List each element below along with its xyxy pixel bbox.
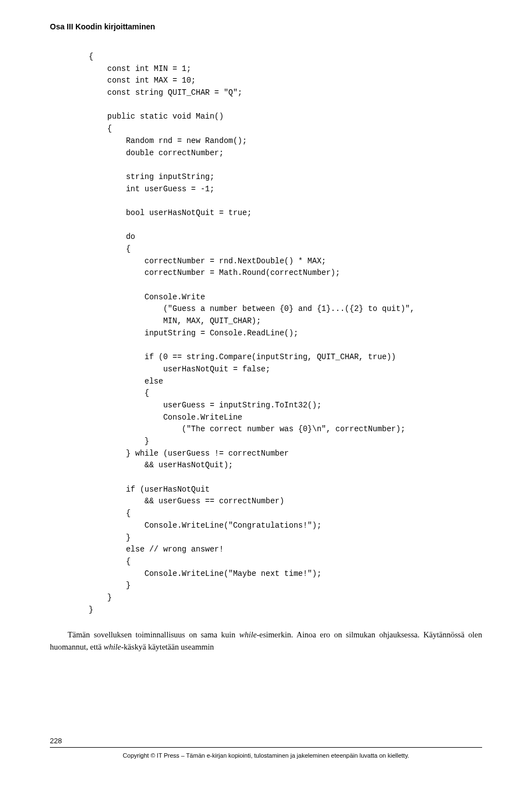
page-number: 228: [50, 737, 482, 745]
italic-while-1: while: [239, 630, 257, 639]
italic-while-2: while: [104, 642, 121, 651]
paragraph-text-3: -käskyä käytetään useammin: [121, 642, 214, 651]
copyright-text: Copyright © IT Press – Tämän e-kirjan ko…: [50, 752, 482, 759]
page-header: Osa III Koodin kirjoittaminen: [50, 22, 482, 31]
footer-divider: [50, 747, 482, 748]
code-listing: { const int MIN = 1; const int MAX = 10;…: [89, 51, 482, 616]
body-paragraph: Tämän sovelluksen toiminnallisuus on sam…: [50, 629, 482, 653]
page-container: Osa III Koodin kirjoittaminen { const in…: [0, 0, 532, 775]
paragraph-text-1: Tämän sovelluksen toiminnallisuus on sam…: [68, 630, 239, 639]
footer: 228 Copyright © IT Press – Tämän e-kirja…: [50, 737, 482, 759]
